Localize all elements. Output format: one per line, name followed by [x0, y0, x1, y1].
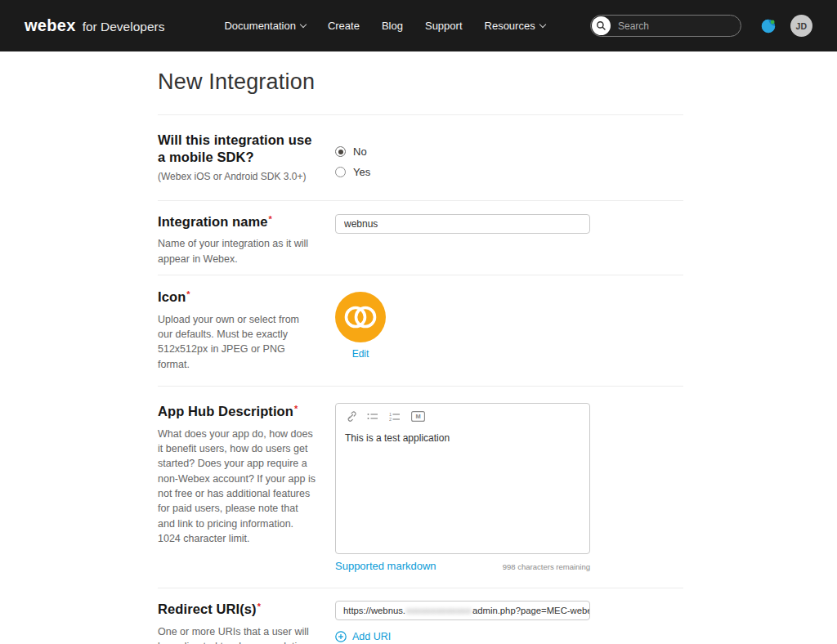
main-nav: Documentation Create Blog Support Resour… — [224, 20, 544, 32]
redirect-uri-field-col: https://webnus.xxxxxxxxxxxxxadmin.php?pa… — [335, 601, 683, 644]
overlapping-rings-icon — [343, 305, 378, 329]
avatar[interactable]: JD — [790, 15, 812, 37]
section-icon: Icon* Upload your own or select from our… — [158, 275, 683, 387]
app-hub-field-col: 12 M This is a test application Supporte… — [335, 403, 683, 572]
nav-label: Resources — [485, 20, 535, 32]
radio-yes-label: Yes — [353, 166, 370, 178]
label-text: Redirect URI(s) — [158, 602, 257, 616]
characters-remaining: 998 characters remaining — [503, 560, 590, 571]
app-hub-label: App Hub Description* — [158, 403, 316, 420]
supported-markdown-link[interactable]: Supported markdown — [335, 560, 436, 572]
nav-item-documentation[interactable]: Documentation — [224, 20, 305, 32]
ordered-list-icon[interactable]: 12 — [389, 412, 401, 422]
logo-suffix: for Developers — [83, 20, 165, 34]
required-marker: * — [294, 404, 298, 414]
nav-item-create[interactable]: Create — [328, 20, 360, 32]
label-text: Icon — [158, 289, 186, 304]
nav-label: Blog — [382, 20, 403, 32]
mobile-sdk-label-col: Will this integration use a mobile SDK? … — [158, 132, 335, 186]
section-redirect-uris: Redirect URI(s)* One or more URIs that a… — [158, 588, 683, 644]
radio-option-yes[interactable]: Yes — [335, 166, 683, 178]
dark-mode-toggle-icon[interactable] — [760, 18, 777, 34]
icon-description: Upload your own or select from our defau… — [158, 312, 316, 373]
nav-item-support[interactable]: Support — [425, 20, 463, 32]
description-value[interactable]: This is a test application — [345, 432, 580, 445]
nav-item-blog[interactable]: Blog — [382, 20, 403, 32]
radio-no-icon[interactable] — [335, 146, 346, 157]
add-uri-label: Add URI — [352, 631, 391, 642]
editor-footer: Supported markdown 998 characters remain… — [335, 560, 590, 572]
uri-prefix: https://webnus. — [343, 606, 405, 615]
search-icon — [592, 16, 611, 35]
nav-label: Documentation — [224, 20, 295, 32]
integration-name-label-col: Integration name* Name of your integrati… — [158, 213, 335, 266]
redirect-uri-description: One or more URIs that a user will be red… — [158, 624, 316, 644]
redirect-uri-input[interactable]: https://webnus.xxxxxxxxxxxxxadmin.php?pa… — [335, 601, 590, 620]
editor-toolbar: 12 M — [345, 411, 580, 422]
redirect-uri-label: Redirect URI(s)* — [158, 601, 316, 618]
label-text: Integration name — [158, 214, 268, 229]
label-text: Will this integration use a mobile SDK? — [158, 132, 311, 164]
app-hub-label-col: App Hub Description* What does your app … — [158, 403, 335, 572]
nav-label: Create — [328, 20, 360, 32]
search-input[interactable] — [616, 20, 727, 33]
avatar-initials: JD — [795, 21, 807, 31]
webex-logo[interactable]: webex for Developers — [25, 16, 164, 35]
required-marker: * — [269, 214, 272, 224]
radio-yes-icon[interactable] — [335, 167, 346, 177]
section-mobile-sdk: Will this integration use a mobile SDK? … — [158, 115, 683, 201]
search-box[interactable] — [590, 15, 741, 37]
chevron-down-icon — [539, 20, 545, 27]
app-hub-description-text: What does your app do, how does it benef… — [158, 427, 316, 547]
section-app-hub-description: App Hub Description* What does your app … — [158, 387, 683, 588]
nav-item-resources[interactable]: Resources — [485, 20, 545, 32]
svg-text:2: 2 — [389, 417, 392, 422]
svg-text:M: M — [415, 414, 420, 421]
required-marker: * — [186, 289, 190, 299]
add-uri-button[interactable]: Add URI — [335, 631, 391, 642]
mobile-sdk-hint: (Webex iOS or Android SDK 3.0+) — [158, 171, 316, 182]
integration-name-input[interactable] — [335, 214, 590, 234]
icon-label-col: Icon* Upload your own or select from our… — [158, 288, 335, 372]
redirect-uri-label-col: Redirect URI(s)* One or more URIs that a… — [158, 601, 335, 644]
icon-edit-link[interactable]: Edit — [335, 348, 386, 360]
logo-brand: webex — [25, 16, 76, 35]
top-navbar: webex for Developers Documentation Creat… — [0, 0, 837, 51]
integration-name-field-col — [335, 213, 683, 266]
uri-redacted-segment: xxxxxxxxxxxxx — [406, 606, 472, 615]
new-integration-form: New Integration Will this integration us… — [158, 69, 683, 644]
icon-label: Icon* — [158, 288, 316, 306]
mobile-sdk-field-col: No Yes — [335, 132, 683, 186]
unordered-list-icon[interactable] — [367, 412, 378, 421]
description-editor[interactable]: 12 M This is a test application — [335, 403, 590, 554]
section-integration-name: Integration name* Name of your integrati… — [158, 201, 683, 275]
chevron-down-icon — [300, 20, 307, 27]
page-title: New Integration — [158, 69, 683, 95]
mobile-sdk-label: Will this integration use a mobile SDK? — [158, 132, 316, 167]
markdown-icon[interactable]: M — [411, 411, 425, 422]
radio-no-label: No — [353, 145, 367, 158]
link-icon[interactable] — [345, 411, 356, 422]
uri-suffix: admin.php?page=MEC-webex — [472, 606, 590, 615]
integration-name-label: Integration name* — [158, 213, 316, 230]
required-marker: * — [257, 602, 261, 611]
integration-name-description: Name of your integration as it will appe… — [158, 236, 316, 266]
nav-label: Support — [425, 20, 463, 32]
circled-plus-icon — [335, 631, 347, 642]
label-text: App Hub Description — [158, 404, 293, 418]
app-icon-preview[interactable] — [335, 292, 386, 342]
icon-field-col: Edit — [335, 288, 683, 372]
radio-option-no[interactable]: No — [335, 145, 683, 158]
